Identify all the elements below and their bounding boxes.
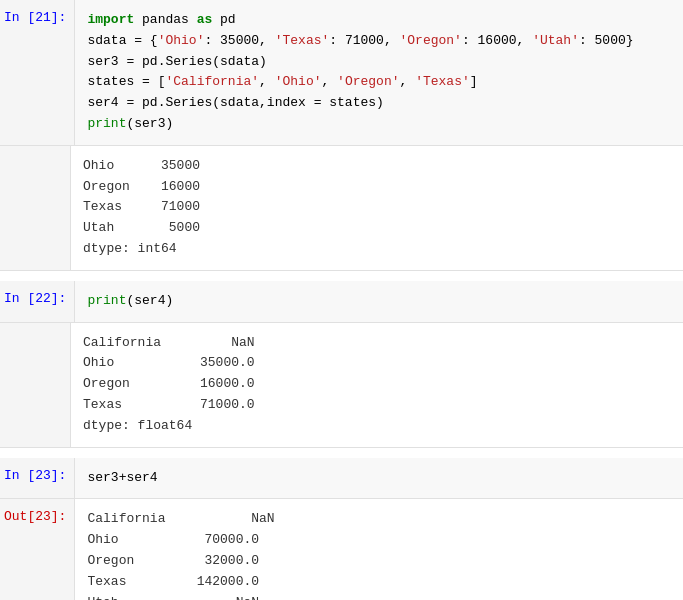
output-line: Oregon 16000.0 bbox=[83, 374, 671, 395]
cell-label-3: In [23]: bbox=[0, 458, 74, 499]
output-line: Texas 71000.0 bbox=[83, 395, 671, 416]
output-line: Ohio 70000.0 bbox=[87, 530, 671, 551]
cell-3: In [23]:ser3+ser4 bbox=[0, 458, 683, 500]
cell-label-2: In [22]: bbox=[0, 281, 74, 322]
cell-output-1: Ohio 35000Oregon 16000Texas 71000Utah 50… bbox=[0, 146, 683, 271]
output-line: California NaN bbox=[83, 333, 671, 354]
cell-2: In [22]:print(ser4) bbox=[0, 281, 683, 323]
output-line: Utah 5000 bbox=[83, 218, 671, 239]
output-line: dtype: float64 bbox=[83, 416, 671, 437]
cell-output-3: Out[23]:California NaNOhio 70000.0Oregon… bbox=[0, 499, 683, 600]
cell-code-3[interactable]: ser3+ser4 bbox=[74, 458, 683, 499]
code-line: ser3 = pd.Series(sdata) bbox=[87, 52, 671, 73]
output-content-1: Ohio 35000Oregon 16000Texas 71000Utah 50… bbox=[70, 146, 683, 270]
output-label-1 bbox=[0, 146, 70, 270]
output-label-2 bbox=[0, 323, 70, 447]
output-content-3: California NaNOhio 70000.0Oregon 32000.0… bbox=[74, 499, 683, 600]
code-line: print(ser4) bbox=[87, 291, 671, 312]
cell-label-1: In [21]: bbox=[0, 0, 74, 145]
output-line: dtype: int64 bbox=[83, 239, 671, 260]
cell-1: In [21]:import pandas as pdsdata = {'Ohi… bbox=[0, 0, 683, 146]
output-line: Texas 142000.0 bbox=[87, 572, 671, 593]
cell-output-2: California NaNOhio 35000.0Oregon 16000.0… bbox=[0, 323, 683, 448]
code-line: ser4 = pd.Series(sdata,index = states) bbox=[87, 93, 671, 114]
output-line: Oregon 32000.0 bbox=[87, 551, 671, 572]
output-label-3: Out[23]: bbox=[0, 499, 74, 600]
output-line: Oregon 16000 bbox=[83, 177, 671, 198]
code-line: states = ['California', 'Ohio', 'Oregon'… bbox=[87, 72, 671, 93]
output-line: California NaN bbox=[87, 509, 671, 530]
output-line: Utah NaN bbox=[87, 593, 671, 600]
code-line: ser3+ser4 bbox=[87, 468, 671, 489]
cell-code-2[interactable]: print(ser4) bbox=[74, 281, 683, 322]
code-line: sdata = {'Ohio': 35000, 'Texas': 71000, … bbox=[87, 31, 671, 52]
output-content-2: California NaNOhio 35000.0Oregon 16000.0… bbox=[70, 323, 683, 447]
code-line: print(ser3) bbox=[87, 114, 671, 135]
code-line: import pandas as pd bbox=[87, 10, 671, 31]
output-line: Ohio 35000 bbox=[83, 156, 671, 177]
output-line: Texas 71000 bbox=[83, 197, 671, 218]
output-line: Ohio 35000.0 bbox=[83, 353, 671, 374]
cell-code-1[interactable]: import pandas as pdsdata = {'Ohio': 3500… bbox=[74, 0, 683, 145]
